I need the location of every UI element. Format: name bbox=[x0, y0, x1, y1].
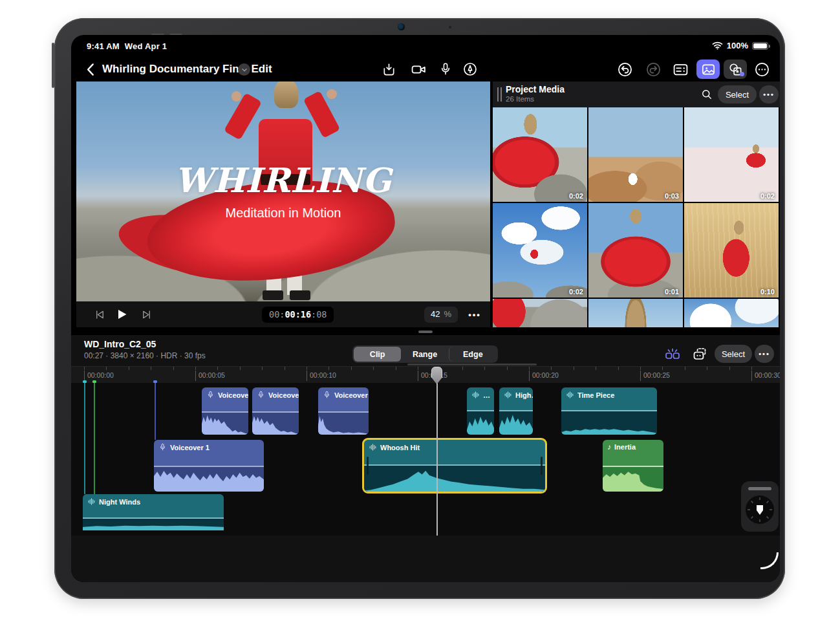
play-button[interactable] bbox=[114, 307, 129, 322]
viewer-more-button[interactable]: ••• bbox=[467, 307, 482, 322]
mode-clip[interactable]: Clip bbox=[354, 347, 401, 362]
video-camera-icon bbox=[411, 61, 427, 78]
clip-label: High… bbox=[515, 391, 533, 399]
media-thumbnail[interactable]: 0:01 bbox=[588, 203, 683, 298]
timeline-select-button[interactable]: Select bbox=[715, 345, 752, 363]
timeline-clip-whoosh-hit-selected[interactable]: Whoosh Hit bbox=[362, 438, 547, 494]
media-thumbnail[interactable] bbox=[588, 299, 683, 327]
play-icon bbox=[115, 308, 128, 321]
panel-drag-handle[interactable] bbox=[497, 87, 502, 102]
record-video-button[interactable] bbox=[410, 61, 427, 78]
jog-dial[interactable] bbox=[746, 495, 774, 524]
skip-forward-icon bbox=[140, 309, 153, 321]
waveform-icon bbox=[504, 391, 512, 399]
viewer-figure-hand bbox=[327, 89, 336, 99]
media-thumbnail-grid: 0:02 0:03 0:02 0:02 0:01 0:10 bbox=[493, 107, 780, 327]
record-voiceover-button[interactable] bbox=[437, 61, 454, 78]
viewer-figure-arm bbox=[224, 93, 262, 140]
media-select-button[interactable]: Select bbox=[718, 85, 757, 103]
media-browser-button[interactable] bbox=[696, 60, 720, 79]
connect-clip-button[interactable] bbox=[691, 345, 709, 362]
panel-divider[interactable] bbox=[71, 327, 780, 335]
waveform-icon bbox=[566, 391, 574, 399]
effects-button[interactable] bbox=[724, 60, 747, 79]
clip-label: Voiceover 1 bbox=[170, 444, 210, 451]
timeline-clip-night-winds[interactable]: Night Winds bbox=[83, 494, 224, 530]
media-thumbnail[interactable]: 0:02 bbox=[493, 107, 587, 202]
timeline-clip-inertia[interactable]: ♪Inertia bbox=[603, 440, 663, 492]
media-thumbnail[interactable] bbox=[493, 299, 587, 327]
music-note-icon: ♪ bbox=[607, 443, 611, 451]
status-bar: 9:41 AMWed Apr 1 100% bbox=[71, 35, 780, 56]
divider-grip[interactable] bbox=[418, 331, 433, 333]
timeline-clip-small[interactable]: … bbox=[467, 387, 494, 435]
clip-duration: 0:10 bbox=[760, 288, 775, 296]
clip-label: Voiceover 2 bbox=[268, 391, 299, 399]
timecode-hours: 00: bbox=[269, 309, 285, 320]
more-button[interactable] bbox=[753, 61, 770, 78]
clip-label: Night Winds bbox=[99, 498, 140, 506]
undo-button[interactable] bbox=[616, 61, 633, 78]
timeline-clip-voiceover3[interactable]: Voiceover 3 bbox=[318, 387, 369, 435]
redo-button[interactable] bbox=[645, 61, 662, 78]
transport-bar: 00:00:16:08 42% ••• bbox=[76, 301, 490, 327]
mic-icon bbox=[158, 443, 167, 451]
screen: 9:41 AMWed Apr 1 100% Whirling Documenta… bbox=[71, 35, 780, 582]
clip-label: … bbox=[483, 391, 490, 399]
timeline-clip-voiceover1[interactable]: Voiceover 1 bbox=[154, 440, 264, 492]
skip-back-button[interactable] bbox=[92, 307, 107, 322]
timeline-clip-voiceover2b[interactable]: Voiceover 2 bbox=[252, 387, 299, 435]
media-search-button[interactable] bbox=[698, 86, 715, 103]
ellipsis-icon: ••• bbox=[763, 91, 775, 98]
mic-icon bbox=[257, 391, 265, 399]
status-time-date: 9:41 AMWed Apr 1 bbox=[87, 41, 167, 51]
timeline-clip-high[interactable]: High… bbox=[499, 387, 533, 435]
trim-handle-right[interactable] bbox=[541, 457, 543, 475]
media-thumbnail[interactable]: 0:03 bbox=[588, 107, 683, 202]
title-menu-button[interactable] bbox=[238, 63, 250, 76]
front-camera bbox=[398, 23, 405, 30]
ruler-label: 00:00:10 bbox=[307, 371, 336, 381]
playhead-line bbox=[436, 367, 438, 536]
viewer-zoom-control[interactable]: 42% bbox=[424, 307, 458, 323]
effects-badge-dot bbox=[740, 72, 744, 76]
trim-handle-left[interactable] bbox=[367, 457, 369, 475]
timeline-lanes[interactable]: Voiceover 2 Voiceover 2 Voiceover 3 … bbox=[71, 383, 780, 536]
jog-grip[interactable] bbox=[748, 487, 771, 490]
apple-pencil-icon bbox=[462, 61, 478, 77]
video-viewer[interactable]: WHIRLING Meditation in Motion bbox=[76, 81, 490, 301]
skip-back-icon bbox=[94, 309, 106, 321]
waveform-icon bbox=[369, 443, 377, 451]
timeline-clip-timepiece[interactable]: Time Piece bbox=[561, 387, 657, 435]
timecode-display[interactable]: 00:00:16:08 bbox=[262, 307, 334, 323]
clip-duration: 0:02 bbox=[760, 192, 775, 200]
snapping-toggle[interactable] bbox=[663, 345, 682, 362]
back-button[interactable] bbox=[83, 61, 100, 78]
timecode-main: 00:16 bbox=[285, 309, 311, 320]
mic-icon bbox=[323, 391, 331, 399]
skip-forward-button[interactable] bbox=[138, 307, 154, 322]
clip-duration: 0:03 bbox=[665, 192, 679, 200]
inspector-button[interactable] bbox=[672, 61, 689, 78]
media-thumbnail[interactable]: 0:02 bbox=[493, 203, 587, 298]
waveform-icon bbox=[87, 497, 96, 506]
mode-range[interactable]: Range bbox=[401, 347, 448, 362]
connection-line bbox=[84, 383, 85, 494]
timeline-more-button[interactable]: ••• bbox=[755, 345, 774, 363]
ruler-label: 00:00:25 bbox=[640, 371, 670, 381]
jog-wheel[interactable] bbox=[741, 481, 779, 532]
media-thumbnail[interactable]: 0:02 bbox=[684, 107, 779, 202]
import-button[interactable] bbox=[380, 61, 397, 78]
chevron-left-icon bbox=[83, 61, 100, 78]
media-more-button[interactable]: ••• bbox=[759, 85, 779, 103]
timeline-clip-voiceover2[interactable]: Voiceover 2 bbox=[202, 387, 248, 435]
mode-edge[interactable]: Edge bbox=[449, 347, 497, 362]
pencil-tool-button[interactable] bbox=[462, 61, 479, 78]
app-toolbar: Whirling Documentary Final Edit bbox=[71, 56, 780, 83]
media-thumbnail[interactable]: 0:10 bbox=[684, 203, 779, 298]
media-thumbnail[interactable] bbox=[684, 299, 779, 327]
photo-icon bbox=[701, 62, 716, 77]
timeline-clip-name: WD_Intro_C2_05 bbox=[84, 339, 156, 349]
timeline-ruler[interactable]: 00:00:00 00:00:05 00:00:10 00:00:15 00:0… bbox=[71, 366, 780, 383]
clip-label: Voiceover 2 bbox=[218, 391, 248, 399]
